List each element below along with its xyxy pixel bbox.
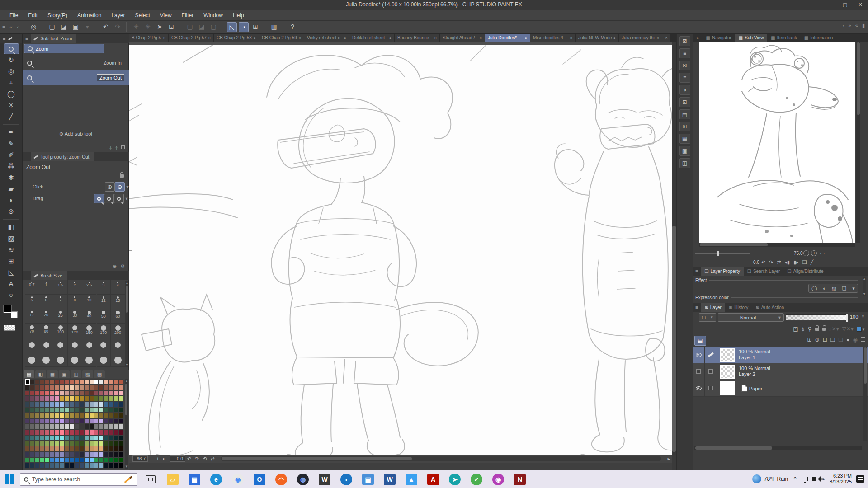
- color-swatch[interactable]: [113, 452, 118, 457]
- panel-menu-icon[interactable]: ≡: [23, 273, 31, 278]
- color-swatch[interactable]: [54, 452, 59, 457]
- color-swatch[interactable]: [40, 390, 45, 396]
- color-swatch[interactable]: [45, 385, 50, 390]
- color-swatch[interactable]: [49, 424, 54, 429]
- file-explorer-icon[interactable]: ▱: [167, 474, 179, 485]
- balloon-tool-icon[interactable]: ○: [4, 290, 19, 300]
- enable-mask-icon[interactable]: ◌✕▾: [829, 326, 839, 332]
- layer-property-tab[interactable]: ❏Align/Distribute: [783, 267, 827, 276]
- color-swatch[interactable]: [25, 413, 30, 418]
- color-panel-tab[interactable]: ◫: [71, 370, 81, 378]
- color-swatch[interactable]: [94, 418, 99, 424]
- tab-modified-icon[interactable]: ●: [254, 36, 256, 40]
- menu-file[interactable]: File: [5, 11, 23, 20]
- delete-layer-icon[interactable]: [861, 337, 865, 343]
- eyedropper-tool-icon[interactable]: ╱: [4, 111, 19, 122]
- layer-visibility-cell[interactable]: [693, 347, 705, 363]
- layer-property-tab[interactable]: ❏Layer Property: [701, 267, 744, 276]
- apply-mask-icon[interactable]: ◉: [853, 337, 858, 343]
- color-swatch[interactable]: [84, 385, 89, 390]
- color-swatch[interactable]: [113, 435, 118, 441]
- color-swatch[interactable]: [59, 435, 64, 441]
- transfer-layer-icon[interactable]: ❏: [830, 337, 835, 343]
- menu-animation[interactable]: Animation: [72, 11, 106, 20]
- layer-edit-cell[interactable]: [705, 363, 717, 380]
- subview-fit-button[interactable]: ▭: [820, 250, 824, 256]
- color-swatch[interactable]: [118, 435, 123, 441]
- color-swatch[interactable]: [94, 390, 99, 396]
- blend-tool-icon[interactable]: ◗: [4, 195, 19, 206]
- brush-size-cell[interactable]: 100: [53, 324, 68, 338]
- new-icon[interactable]: ▢: [47, 22, 57, 32]
- color-swatch[interactable]: [79, 457, 84, 463]
- color-swatch[interactable]: [108, 424, 113, 429]
- store-icon[interactable]: ▦: [189, 474, 200, 485]
- color-swatch[interactable]: [94, 413, 99, 418]
- fill-enclosed-icon[interactable]: ➤: [155, 22, 165, 32]
- tab-modified-icon[interactable]: ●: [389, 36, 392, 40]
- color-swatch[interactable]: [118, 407, 123, 413]
- layer-list-scrollbar[interactable]: [863, 347, 867, 441]
- color-swatch[interactable]: [45, 463, 50, 468]
- color-swatch[interactable]: [84, 407, 89, 413]
- brush-size-cell[interactable]: [39, 338, 54, 352]
- panel-menu-icon[interactable]: ≡: [693, 268, 701, 274]
- layer-row[interactable]: 100 % NormalLayer 1: [693, 347, 868, 363]
- save-menu-chevron-icon[interactable]: ▾: [82, 22, 92, 32]
- color-swatch[interactable]: [40, 413, 45, 418]
- visibility-checkbox[interactable]: [696, 369, 701, 374]
- color-swatch[interactable]: [108, 452, 113, 457]
- brush-size-cell[interactable]: 0.7: [25, 280, 39, 295]
- color-swatch[interactable]: [74, 457, 79, 463]
- color-swatch[interactable]: [108, 463, 113, 468]
- color-swatch[interactable]: [54, 413, 59, 418]
- color-swatch[interactable]: [84, 457, 89, 463]
- color-swatch[interactable]: [118, 385, 123, 390]
- brush-size-cell[interactable]: [39, 352, 54, 367]
- acrobat-icon[interactable]: A: [427, 474, 439, 485]
- layer-visibility-cell[interactable]: [693, 363, 705, 380]
- brush-size-cell[interactable]: 2.5: [82, 280, 97, 295]
- zoom-in-button[interactable]: +: [156, 456, 159, 461]
- color-swatch[interactable]: [64, 457, 69, 463]
- color-swatch[interactable]: [25, 457, 30, 463]
- color-swatch[interactable]: [79, 413, 84, 418]
- color-swatch[interactable]: [64, 429, 69, 435]
- color-swatch[interactable]: [54, 390, 59, 396]
- open-icon[interactable]: ◪: [59, 22, 69, 32]
- color-swatch[interactable]: [84, 401, 89, 407]
- color-swatch[interactable]: [25, 418, 30, 424]
- brush-size-cell[interactable]: 6: [39, 295, 54, 309]
- panel-launcher-icon[interactable]: ◑: [679, 85, 690, 95]
- color-swatch[interactable]: [79, 435, 84, 441]
- color-swatch[interactable]: [54, 424, 59, 429]
- dock-collapse-icon[interactable]: «: [693, 34, 703, 42]
- zoom-in-click-button[interactable]: ⊕: [105, 182, 115, 192]
- color-swatch[interactable]: [74, 379, 79, 385]
- panel-menu-icon[interactable]: ≡: [23, 36, 31, 41]
- color-swatch[interactable]: [35, 424, 40, 429]
- color-swatch[interactable]: [69, 379, 74, 385]
- color-swatch[interactable]: [49, 385, 54, 390]
- sub-color-swatch[interactable]: [11, 311, 18, 318]
- brush-size-cell[interactable]: [68, 338, 82, 352]
- brush-size-cell[interactable]: 1.5: [53, 280, 68, 295]
- color-swatch[interactable]: [99, 401, 104, 407]
- tab-close-icon[interactable]: ×: [480, 36, 482, 40]
- color-swatch[interactable]: [59, 396, 64, 401]
- brush-size-cell[interactable]: 80: [39, 324, 54, 338]
- color-swatch[interactable]: [94, 435, 99, 441]
- color-swatch[interactable]: [59, 413, 64, 418]
- layer-panel-tab-history[interactable]: ≋History: [725, 303, 752, 312]
- color-swatch[interactable]: [54, 418, 59, 424]
- color-swatch[interactable]: [40, 457, 45, 463]
- color-swatch[interactable]: [104, 457, 108, 463]
- subview-zoom-in-button[interactable]: +: [811, 250, 817, 256]
- brush-size-cell[interactable]: 120: [68, 324, 82, 338]
- color-swatch[interactable]: [74, 418, 79, 424]
- color-swatch[interactable]: [104, 463, 108, 468]
- text-tool-icon[interactable]: A: [4, 278, 19, 289]
- toolproperty-panel-header[interactable]: ≡ Tool property: Zoom Out: [23, 152, 129, 161]
- effect-icon[interactable]: ◯: [811, 286, 817, 291]
- color-swatch[interactable]: [94, 424, 99, 429]
